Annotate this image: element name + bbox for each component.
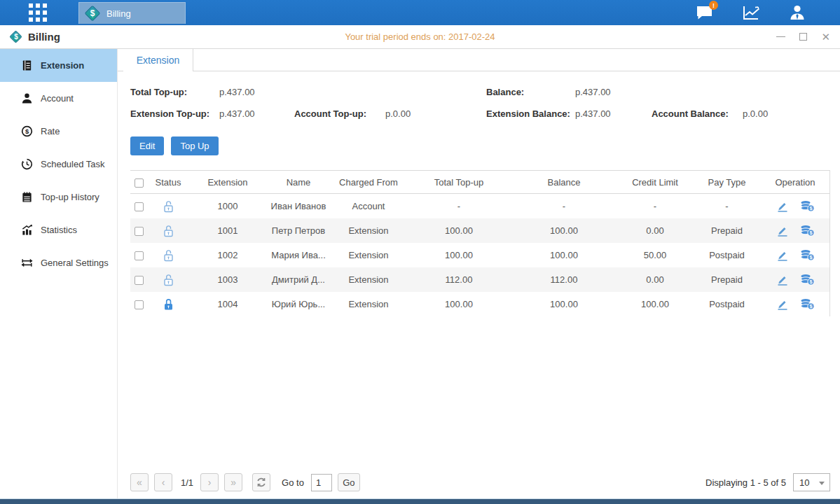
dropdown-arrow-icon [819,482,825,485]
sidebar-item-label: General Settings [41,258,109,268]
displaying-status: Displaying 1 - 5 of 5 [705,477,786,488]
taskbar-tab-label: Billing [106,8,131,19]
minimize-button[interactable] [776,36,785,37]
go-button[interactable]: Go [338,473,360,491]
bar-chart-icon [21,224,33,236]
account-balance-value: p.0.00 [743,108,840,119]
coin-icon: $ [21,125,33,137]
sidebar-item-scheduled-task[interactable]: Scheduled Task [0,148,117,181]
edit-row-pencil-icon[interactable] [776,249,789,262]
row-checkbox[interactable] [135,227,144,236]
account-balance-label: Account Balance: [652,108,743,119]
unlocked-status-icon [163,274,174,286]
row-checkbox[interactable] [135,202,144,211]
unlocked-status-icon [163,249,174,262]
total-topup-value: p.437.00 [219,87,294,97]
sidebar: Extension Account $ Rate Scheduled Task [0,49,118,498]
extension-balance-value: p.437.00 [575,108,652,119]
table-row: 1000 Иван Иванов Account - - - - [130,194,829,218]
table-row: 1002 Мария Ива... Extension 100.00 100.0… [130,243,829,267]
sidebar-item-account[interactable]: Account [0,82,117,115]
sidebar-item-extension[interactable]: Extension [0,49,117,82]
maximize-button[interactable] [799,33,807,41]
clock-icon [21,158,33,170]
close-button[interactable]: ✕ [821,33,830,41]
top-bar: $ Billing ! [0,0,840,25]
billing-app-icon: $ [85,6,100,21]
extension-balance-label: Extension Balance: [486,108,575,119]
trial-notice: Your trial period ends on: 2017-02-24 [0,31,840,42]
col-credit-limit: Credit Limit [617,177,694,188]
window-bottom-border [0,499,840,504]
top-up-row-coins-icon[interactable]: $ [800,200,815,212]
account-topup-value: p.0.00 [385,108,486,119]
page-indicator: 1/1 [181,477,193,488]
user-account-icon[interactable] [787,4,808,22]
top-up-button[interactable]: Top Up [171,136,218,155]
page-size-value: 10 [799,477,809,488]
extension-topup-value: p.437.00 [219,108,294,119]
edit-button[interactable]: Edit [130,136,164,155]
sidebar-item-rate[interactable]: $ Rate [0,115,117,148]
balance-label: Balance: [486,87,575,97]
person-icon [21,92,33,104]
tab-extension[interactable]: Extension [123,49,193,71]
sidebar-item-general-settings[interactable]: General Settings [0,246,117,279]
col-balance: Balance [511,177,617,188]
top-up-row-coins-icon[interactable]: $ [800,298,815,310]
balance-value: p.437.00 [575,87,652,97]
edit-row-pencil-icon[interactable] [776,200,789,213]
unlocked-status-icon [163,225,174,237]
app-launcher-grid-icon[interactable] [24,2,52,23]
top-up-row-coins-icon[interactable]: $ [800,274,815,286]
edit-row-pencil-icon[interactable] [776,225,789,237]
main-panel: Extension Total Top-up: p.437.00 Balance… [118,49,840,498]
refresh-button[interactable] [252,473,270,491]
sidebar-item-label: Statistics [41,225,77,235]
window-title-bar: $ Billing Your trial period ends on: 201… [0,25,840,49]
next-page-button[interactable]: › [200,473,219,491]
first-page-button[interactable]: « [130,473,149,491]
messages-icon[interactable]: ! [694,4,715,22]
total-topup-label: Total Top-up: [130,87,219,97]
top-up-row-coins-icon[interactable]: $ [800,249,815,261]
row-checkbox[interactable] [135,300,144,309]
swap-arrows-icon [21,257,33,269]
ledger-icon [21,59,33,71]
page-size-dropdown[interactable]: 10 [793,473,830,491]
goto-page-input[interactable] [311,474,332,491]
svg-text:$: $ [25,127,29,135]
unlocked-status-icon [163,200,174,213]
taskbar-tab-billing[interactable]: $ Billing [78,2,186,24]
sidebar-item-label: Scheduled Task [41,159,105,169]
sidebar-item-label: Account [41,93,74,104]
prev-page-button[interactable]: ‹ [154,473,172,491]
edit-row-pencil-icon[interactable] [776,298,789,311]
row-checkbox[interactable] [135,251,144,260]
col-pay-type: Pay Type [694,177,760,188]
table-row: 1001 Петр Петров Extension 100.00 100.00… [130,218,829,243]
account-topup-label: Account Top-up: [294,108,385,119]
table-row: 1003 Дмитрий Д... Extension 112.00 112.0… [130,267,829,292]
col-total-topup: Total Top-up [406,177,511,188]
edit-row-pencil-icon[interactable] [776,274,789,286]
pagination-toolbar: « ‹ 1/1 › » Go to Go Displaying 1 - 5 of… [118,466,830,498]
col-status: Status [147,177,189,188]
row-checkbox[interactable] [135,276,144,285]
last-page-button[interactable]: » [224,473,242,491]
sidebar-item-statistics[interactable]: Statistics [0,214,117,246]
sidebar-item-label: Extension [41,60,84,71]
balance-summary: Total Top-up: p.437.00 Balance: p.437.00… [130,81,840,125]
window-title: Billing [28,31,60,43]
top-up-row-coins-icon[interactable]: $ [800,225,815,237]
sidebar-item-topup-history[interactable]: Top-up History [0,181,117,214]
col-extension: Extension [189,177,266,188]
table-header-row: Status Extension Name Charged From Total… [130,170,829,194]
goto-label: Go to [282,477,304,488]
reports-chart-icon[interactable] [741,4,762,22]
col-name: Name [266,177,331,188]
extension-table: Status Extension Name Charged From Total… [130,170,830,316]
notepad-icon [21,191,33,203]
select-all-checkbox[interactable] [135,178,144,188]
col-charged-from: Charged From [331,177,406,188]
